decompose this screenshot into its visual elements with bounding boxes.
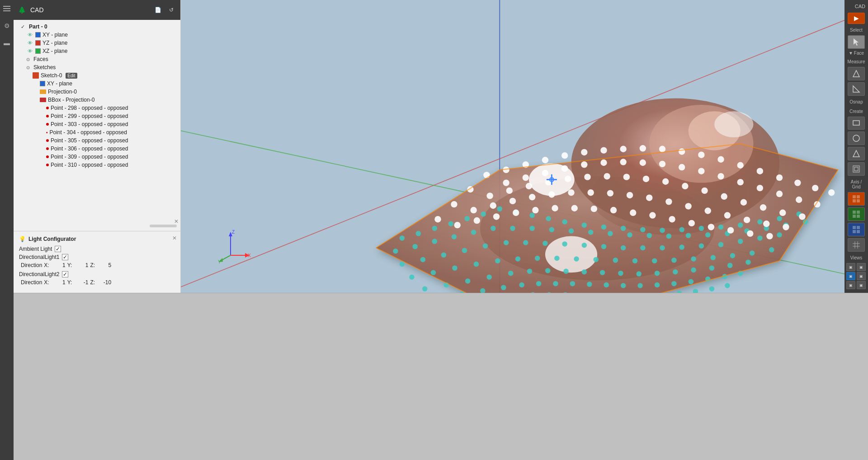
svg-point-181 [737,179,744,185]
pt298-label: Point - 298 - opposed - opposed [51,105,128,111]
left-sidebar: ⚙ ▬ [0,0,14,460]
svg-point-183 [776,191,783,197]
rt-view-btn5[interactable]: ▣ [846,281,855,289]
rt-measure-btn2[interactable] [848,82,865,96]
svg-point-22 [546,216,551,221]
eye-xz[interactable]: 👁 [26,48,33,54]
rt-measure-btn1[interactable] [848,67,865,80]
tree-item-bbox[interactable]: BBox - Projection-0 [14,96,180,104]
tree-scrollbar[interactable] [150,225,177,227]
dir2-y-value: -1 [74,279,88,286]
svg-point-73 [699,243,704,249]
top-area: 🌲 CAD 📄 ↺ ✓ Part - 0 👁 XY - plane [14,0,868,293]
rt-triangle-btn[interactable] [848,147,865,160]
tree-item-pt306[interactable]: Point - 306 - opposed - opposed [14,145,180,153]
menu-icon[interactable] [2,4,12,14]
edit-badge[interactable]: Edit [66,73,77,79]
svg-point-17 [464,216,470,221]
svg-point-163 [757,168,763,174]
rt-view-btn3[interactable]: ▣ [846,272,855,280]
pt303-label: Point - 303 - opposed - opposed [51,121,128,127]
viewport[interactable]: Z Y X [181,0,844,293]
eye-yz[interactable]: 👁 [26,40,33,46]
svg-point-239 [766,233,773,239]
svg-point-85 [554,256,560,261]
dir2-y-label: Y: [67,279,72,286]
svg-point-37 [412,244,418,249]
dir-light2-checkbox[interactable]: ✓ [62,271,68,277]
tree-item-pt303[interactable]: Point - 303 - opposed - opposed [14,120,180,128]
tree-item-pt305[interactable]: Point - 305 - opposed - opposed [14,136,180,145]
rt-grid-btn3[interactable] [848,223,865,236]
svg-point-64 [523,240,528,245]
svg-point-256 [853,135,859,141]
rt-grid-btn2[interactable] [848,207,865,221]
eye-xy[interactable]: 👁 [26,32,33,38]
rt-frame-btn[interactable] [848,162,865,176]
tree-item-pt298[interactable]: Point - 298 - opposed - opposed [14,104,180,112]
light-panel-close-btn[interactable]: ✕ [172,235,177,241]
tree-panel[interactable]: ✓ Part - 0 👁 XY - plane 👁 YZ - plane [14,20,180,231]
rt-accent-btn[interactable]: ▶ [848,13,865,24]
new-doc-icon[interactable]: 📄 [153,5,162,14]
rt-select-btn[interactable] [848,35,865,49]
tree-item-sketches[interactable]: ⊙ Sketches [14,63,180,71]
dir1-y-value: 1 [74,262,88,268]
svg-point-91 [671,258,677,263]
axis-indicator: Z Y X [217,228,253,266]
rt-cad-label: CAD [855,4,865,9]
svg-point-196 [662,178,669,185]
tree-item-pt310[interactable]: Point - 310 - opposed - opposed [14,161,180,169]
rt-view-btn1[interactable]: ▣ [846,263,855,271]
tree-close-btn[interactable]: ✕ [174,218,179,225]
svg-point-48 [627,232,632,238]
rt-view-btn6[interactable]: ▣ [857,281,866,289]
svg-point-13 [400,235,405,241]
settings-icon[interactable]: ⚙ [2,21,12,31]
tree-item-pt304[interactable]: • Point - 304 - opposed - opposed [14,128,180,136]
svg-point-215 [665,198,672,205]
refresh-icon[interactable]: ↺ [167,5,176,14]
tree-item-yz[interactable]: 👁 YZ - plane [14,39,180,47]
svg-point-214 [646,195,652,201]
svg-point-170 [523,174,529,181]
tree-item-xy[interactable]: 👁 XY - plane [14,31,180,39]
ambient-checkbox[interactable]: ✓ [55,246,61,252]
svg-point-74 [718,242,724,248]
right-toolbar: CAD ▶ Select ▼ Face Measure [844,0,868,293]
dir-light2-row: DirectionalLight2 ✓ [19,271,175,277]
rt-grid-btn1[interactable] [848,192,865,206]
rt-grid-btn4[interactable] [848,238,865,252]
tree-item-faces[interactable]: ⊙ Faces [14,55,180,63]
svg-point-107 [618,271,623,276]
xy2-label: XY - plane [47,80,72,87]
folder-bbox [40,98,46,102]
tree-item-pt299[interactable]: Point - 299 - opposed - opposed [14,112,180,120]
bbox-label: BBox - Projection-0 [48,97,94,103]
svg-point-104 [563,269,569,274]
rt-osnap-label-text: Osnap [846,99,866,104]
tree-item-xz[interactable]: 👁 XZ - plane [14,47,180,55]
folder-nav-icon[interactable]: ▬ [2,38,12,48]
rt-face-arrow[interactable]: ▼ [849,51,853,56]
svg-point-208 [529,194,535,200]
tree-item-part0[interactable]: ✓ Part - 0 [14,23,180,31]
rt-circle-btn[interactable] [848,131,865,145]
tree-item-pt309[interactable]: Point - 309 - opposed - opposed [14,153,180,161]
svg-point-201 [760,204,766,211]
svg-point-77 [777,232,782,238]
rt-view-btn4[interactable]: ▣ [857,272,866,280]
rt-face-label: Face [854,51,864,56]
svg-point-237 [727,227,734,233]
tree-item-sketch0[interactable]: Sketch-0 Edit [14,71,180,80]
tree-item-proj0[interactable]: Projection-0 [14,88,180,96]
rt-view-btn2[interactable]: ▣ [857,263,866,271]
dot-pt299 [46,115,49,117]
svg-marker-253 [853,70,859,77]
tree-item-xy2[interactable]: XY - plane [14,80,180,88]
dir-light1-checkbox[interactable]: ✓ [62,254,68,260]
svg-point-112 [709,265,715,271]
rt-rect-btn[interactable] [848,117,865,130]
color-xy2 [40,81,45,86]
svg-point-153 [561,152,568,159]
